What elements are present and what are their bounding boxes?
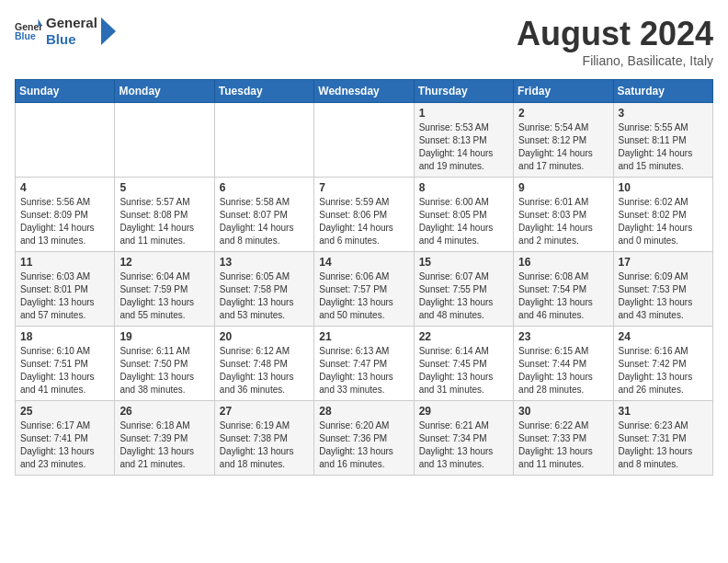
calendar-cell: 15Sunrise: 6:07 AM Sunset: 7:55 PM Dayli… bbox=[414, 252, 513, 327]
day-number: 25 bbox=[20, 405, 109, 418]
day-info: Sunrise: 5:54 AM Sunset: 8:12 PM Dayligh… bbox=[518, 121, 608, 173]
day-info: Sunrise: 6:01 AM Sunset: 8:03 PM Dayligh… bbox=[518, 196, 608, 247]
day-number: 30 bbox=[518, 405, 608, 418]
week-row-3: 11Sunrise: 6:03 AM Sunset: 8:01 PM Dayli… bbox=[16, 252, 713, 327]
day-info: Sunrise: 5:58 AM Sunset: 8:07 PM Dayligh… bbox=[220, 196, 309, 247]
svg-text:Blue: Blue bbox=[15, 30, 36, 41]
week-row-2: 4Sunrise: 5:56 AM Sunset: 8:09 PM Daylig… bbox=[16, 178, 713, 252]
day-number: 4 bbox=[20, 181, 109, 194]
day-info: Sunrise: 6:08 AM Sunset: 7:54 PM Dayligh… bbox=[518, 270, 608, 322]
day-number: 11 bbox=[20, 256, 109, 269]
day-info: Sunrise: 6:00 AM Sunset: 8:05 PM Dayligh… bbox=[419, 196, 508, 247]
calendar-cell: 11Sunrise: 6:03 AM Sunset: 8:01 PM Dayli… bbox=[16, 252, 115, 327]
week-row-1: 1Sunrise: 5:53 AM Sunset: 8:13 PM Daylig… bbox=[16, 103, 713, 178]
day-info: Sunrise: 6:06 AM Sunset: 7:57 PM Dayligh… bbox=[319, 270, 408, 322]
day-number: 8 bbox=[419, 181, 508, 194]
day-info: Sunrise: 6:04 AM Sunset: 7:59 PM Dayligh… bbox=[119, 270, 209, 322]
day-header-wednesday: Wednesday bbox=[314, 80, 414, 103]
calendar-cell: 3Sunrise: 5:55 AM Sunset: 8:11 PM Daylig… bbox=[613, 103, 712, 178]
day-info: Sunrise: 6:09 AM Sunset: 7:53 PM Dayligh… bbox=[619, 270, 708, 322]
day-info: Sunrise: 6:15 AM Sunset: 7:44 PM Dayligh… bbox=[518, 345, 608, 396]
calendar-cell bbox=[16, 103, 115, 178]
day-info: Sunrise: 6:18 AM Sunset: 7:39 PM Dayligh… bbox=[119, 419, 209, 471]
calendar-cell: 9Sunrise: 6:01 AM Sunset: 8:03 PM Daylig… bbox=[514, 178, 613, 252]
logo: General Blue General Blue bbox=[15, 15, 116, 48]
calendar-cell: 30Sunrise: 6:22 AM Sunset: 7:33 PM Dayli… bbox=[514, 401, 613, 476]
day-header-thursday: Thursday bbox=[414, 80, 513, 103]
calendar-cell: 29Sunrise: 6:21 AM Sunset: 7:34 PM Dayli… bbox=[414, 401, 513, 476]
logo-blue-text: Blue bbox=[46, 31, 97, 48]
week-row-5: 25Sunrise: 6:17 AM Sunset: 7:41 PM Dayli… bbox=[16, 401, 713, 476]
day-info: Sunrise: 6:07 AM Sunset: 7:55 PM Dayligh… bbox=[419, 270, 508, 322]
day-info: Sunrise: 6:21 AM Sunset: 7:34 PM Dayligh… bbox=[419, 419, 508, 471]
calendar-cell: 14Sunrise: 6:06 AM Sunset: 7:57 PM Dayli… bbox=[314, 252, 414, 327]
logo-icon: General Blue bbox=[15, 17, 42, 45]
day-number: 26 bbox=[119, 405, 209, 418]
svg-marker-3 bbox=[101, 17, 116, 45]
day-info: Sunrise: 5:59 AM Sunset: 8:06 PM Dayligh… bbox=[319, 196, 408, 247]
day-number: 28 bbox=[319, 405, 408, 418]
day-number: 1 bbox=[419, 107, 508, 120]
calendar-cell: 5Sunrise: 5:57 AM Sunset: 8:08 PM Daylig… bbox=[115, 178, 214, 252]
calendar-cell bbox=[214, 103, 313, 178]
location-subtitle: Filiano, Basilicate, Italy bbox=[517, 53, 713, 68]
day-number: 31 bbox=[619, 405, 708, 418]
calendar-cell: 28Sunrise: 6:20 AM Sunset: 7:36 PM Dayli… bbox=[314, 401, 414, 476]
day-number: 29 bbox=[419, 405, 508, 418]
calendar-cell: 6Sunrise: 5:58 AM Sunset: 8:07 PM Daylig… bbox=[214, 178, 313, 252]
calendar-cell: 26Sunrise: 6:18 AM Sunset: 7:39 PM Dayli… bbox=[115, 401, 214, 476]
day-info: Sunrise: 6:12 AM Sunset: 7:48 PM Dayligh… bbox=[220, 345, 309, 396]
title-block: August 2024 Filiano, Basilicate, Italy bbox=[517, 15, 713, 68]
day-number: 5 bbox=[119, 181, 209, 194]
day-number: 27 bbox=[220, 405, 309, 418]
day-header-sunday: Sunday bbox=[16, 80, 115, 103]
calendar-cell: 1Sunrise: 5:53 AM Sunset: 8:13 PM Daylig… bbox=[414, 103, 513, 178]
day-number: 23 bbox=[518, 330, 608, 343]
calendar-cell: 4Sunrise: 5:56 AM Sunset: 8:09 PM Daylig… bbox=[16, 178, 115, 252]
day-number: 20 bbox=[220, 330, 309, 343]
calendar-cell: 31Sunrise: 6:23 AM Sunset: 7:31 PM Dayli… bbox=[613, 401, 712, 476]
calendar-cell: 24Sunrise: 6:16 AM Sunset: 7:42 PM Dayli… bbox=[613, 327, 712, 401]
day-info: Sunrise: 6:10 AM Sunset: 7:51 PM Dayligh… bbox=[20, 345, 109, 396]
logo-general-text: General bbox=[46, 15, 97, 31]
day-header-saturday: Saturday bbox=[613, 80, 712, 103]
day-number: 10 bbox=[619, 181, 708, 194]
day-info: Sunrise: 6:02 AM Sunset: 8:02 PM Dayligh… bbox=[619, 196, 708, 247]
day-number: 13 bbox=[220, 256, 309, 269]
day-header-friday: Friday bbox=[514, 80, 613, 103]
day-info: Sunrise: 6:22 AM Sunset: 7:33 PM Dayligh… bbox=[518, 419, 608, 471]
day-headers-row: SundayMondayTuesdayWednesdayThursdayFrid… bbox=[16, 80, 713, 103]
day-number: 15 bbox=[419, 256, 508, 269]
day-info: Sunrise: 6:05 AM Sunset: 7:58 PM Dayligh… bbox=[220, 270, 309, 322]
calendar-cell: 19Sunrise: 6:11 AM Sunset: 7:50 PM Dayli… bbox=[115, 327, 214, 401]
day-info: Sunrise: 6:14 AM Sunset: 7:45 PM Dayligh… bbox=[419, 345, 508, 396]
day-info: Sunrise: 5:56 AM Sunset: 8:09 PM Dayligh… bbox=[20, 196, 109, 247]
calendar-cell: 20Sunrise: 6:12 AM Sunset: 7:48 PM Dayli… bbox=[214, 327, 313, 401]
day-header-tuesday: Tuesday bbox=[214, 80, 313, 103]
day-info: Sunrise: 6:16 AM Sunset: 7:42 PM Dayligh… bbox=[619, 345, 708, 396]
calendar-cell: 7Sunrise: 5:59 AM Sunset: 8:06 PM Daylig… bbox=[314, 178, 414, 252]
day-number: 3 bbox=[619, 107, 708, 120]
day-number: 19 bbox=[119, 330, 209, 343]
day-number: 6 bbox=[220, 181, 309, 194]
page-header: General Blue General Blue August 2024 Fi… bbox=[15, 15, 713, 68]
day-info: Sunrise: 6:17 AM Sunset: 7:41 PM Dayligh… bbox=[20, 419, 109, 471]
calendar-cell: 10Sunrise: 6:02 AM Sunset: 8:02 PM Dayli… bbox=[613, 178, 712, 252]
day-header-monday: Monday bbox=[115, 80, 214, 103]
day-number: 9 bbox=[518, 181, 608, 194]
day-number: 16 bbox=[518, 256, 608, 269]
month-title: August 2024 bbox=[517, 15, 713, 53]
day-number: 22 bbox=[419, 330, 508, 343]
day-info: Sunrise: 6:11 AM Sunset: 7:50 PM Dayligh… bbox=[119, 345, 209, 396]
calendar-cell: 21Sunrise: 6:13 AM Sunset: 7:47 PM Dayli… bbox=[314, 327, 414, 401]
day-info: Sunrise: 6:23 AM Sunset: 7:31 PM Dayligh… bbox=[619, 419, 708, 471]
calendar-cell: 25Sunrise: 6:17 AM Sunset: 7:41 PM Dayli… bbox=[16, 401, 115, 476]
day-info: Sunrise: 6:20 AM Sunset: 7:36 PM Dayligh… bbox=[319, 419, 408, 471]
day-info: Sunrise: 6:03 AM Sunset: 8:01 PM Dayligh… bbox=[20, 270, 109, 322]
calendar-cell: 27Sunrise: 6:19 AM Sunset: 7:38 PM Dayli… bbox=[214, 401, 313, 476]
day-info: Sunrise: 6:19 AM Sunset: 7:38 PM Dayligh… bbox=[220, 419, 309, 471]
calendar-cell: 13Sunrise: 6:05 AM Sunset: 7:58 PM Dayli… bbox=[214, 252, 313, 327]
day-number: 24 bbox=[619, 330, 708, 343]
day-info: Sunrise: 5:57 AM Sunset: 8:08 PM Dayligh… bbox=[119, 196, 209, 247]
calendar-cell: 8Sunrise: 6:00 AM Sunset: 8:05 PM Daylig… bbox=[414, 178, 513, 252]
